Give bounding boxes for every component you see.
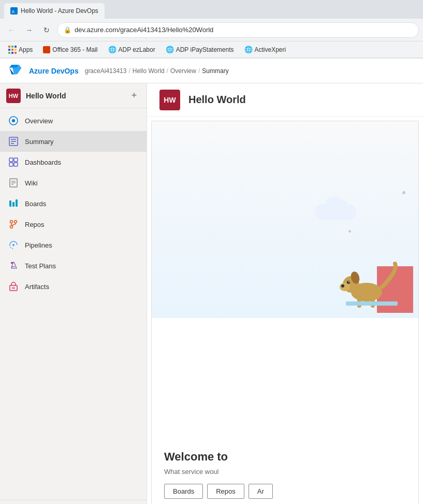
- reload-button[interactable]: ↻: [39, 23, 54, 37]
- office-icon: [43, 46, 50, 53]
- artifacts-icon: [8, 281, 19, 292]
- url-text: dev.azure.com/graceAi413413/Hello%20Worl…: [75, 26, 213, 34]
- svg-point-3: [12, 119, 15, 122]
- dog-illustration: [315, 235, 418, 318]
- bookmark-adpipay[interactable]: 🌐 ADP iPayStatements: [162, 45, 238, 54]
- overview-icon: [8, 116, 19, 126]
- azure-devops-title: Azure DevOps: [29, 67, 79, 75]
- bookmark-office365[interactable]: Office 365 - Mail: [39, 45, 101, 54]
- main-content: HW Hello World: [147, 83, 423, 504]
- add-project-button[interactable]: +: [128, 90, 140, 102]
- dog-svg: [315, 235, 418, 318]
- bookmarks-bar: Apps Office 365 - Mail 🌐 ADP ezLabor 🌐 A…: [0, 41, 423, 58]
- svg-rect-18: [16, 199, 18, 207]
- top-bar: Azure DevOps graceAi413413 / Hello World…: [0, 59, 423, 83]
- sidebar-item-label-dashboards: Dashboards: [25, 159, 61, 166]
- sidebar-item-summary[interactable]: Summary: [0, 131, 147, 152]
- project-header: HW Hello World +: [0, 83, 147, 108]
- welcome-illustration: [152, 121, 418, 318]
- sidebar-project-name: Hello World: [26, 92, 123, 100]
- apps-label: Apps: [19, 46, 33, 53]
- bookmark-apps[interactable]: Apps: [4, 45, 37, 55]
- illustration-area: [152, 121, 418, 318]
- boards-icon: [8, 198, 19, 209]
- welcome-title: Welcome to: [164, 450, 406, 464]
- tab-title: Hello World - Azure DevOps: [21, 7, 98, 15]
- activexperi-label: ActiveXperi: [255, 46, 286, 53]
- sidebar-nav: Overview Summary: [0, 108, 147, 500]
- sidebar-item-label-artifacts: Artifacts: [25, 283, 49, 291]
- sidebar-item-overview[interactable]: Overview: [0, 110, 147, 131]
- project-title: Hello World: [188, 94, 246, 106]
- svg-rect-37: [346, 301, 398, 306]
- cloud-decoration: [315, 204, 356, 220]
- sidebar-item-artifacts[interactable]: Artifacts: [0, 276, 147, 297]
- activexperi-globe-icon: 🌐: [244, 46, 253, 53]
- adpipay-label: ADP iPayStatements: [176, 46, 234, 53]
- breadcrumb-current: Summary: [202, 67, 228, 75]
- sidebar-item-repos[interactable]: Repos: [0, 214, 147, 235]
- svg-point-30: [340, 283, 350, 291]
- browser-chrome: A Hello World - Azure DevOps ← → ↻ 🔒 dev…: [0, 0, 423, 59]
- browser-tabs: A Hello World - Azure DevOps: [0, 0, 423, 19]
- adpipay-globe-icon: 🌐: [166, 46, 174, 53]
- svg-point-22: [12, 244, 14, 246]
- svg-rect-25: [12, 287, 15, 289]
- apps-grid-icon: [8, 46, 17, 54]
- sidebar-item-label-overview: Overview: [25, 117, 53, 125]
- app-container: HW Hello World + Overview: [0, 83, 423, 504]
- artifacts-partial-button[interactable]: Ar: [249, 484, 273, 499]
- sidebar-item-label-pipelines: Pipelines: [25, 241, 52, 249]
- sidebar-item-label-repos: Repos: [25, 221, 45, 228]
- welcome-text-area: Welcome to What service woul Boards Repo…: [152, 438, 418, 504]
- project-avatar-large: HW: [159, 90, 180, 110]
- sidebar-item-boards[interactable]: Boards: [0, 193, 147, 214]
- breadcrumb-sep3: /: [198, 67, 200, 75]
- active-tab[interactable]: A Hello World - Azure DevOps: [4, 3, 105, 19]
- breadcrumb-sep2: /: [167, 67, 168, 75]
- breadcrumb-org[interactable]: graceAi413413: [85, 67, 127, 75]
- adpez-globe-icon: 🌐: [108, 46, 116, 53]
- back-button[interactable]: ←: [4, 23, 19, 37]
- testplans-icon: [8, 261, 19, 271]
- sidebar-item-label-summary: Summary: [25, 138, 54, 146]
- boards-service-button[interactable]: Boards: [164, 484, 203, 499]
- bookmark-adpezlabor[interactable]: 🌐 ADP ezLabor: [104, 45, 159, 54]
- adpezlabor-label: ADP ezLabor: [119, 46, 155, 53]
- breadcrumb: graceAi413413 / Hello World / Overview /…: [85, 67, 229, 75]
- dashboards-icon: [8, 157, 19, 167]
- svg-rect-17: [12, 202, 14, 207]
- svg-rect-8: [9, 158, 13, 162]
- svg-rect-16: [9, 200, 11, 207]
- summary-icon: [8, 136, 19, 147]
- sidebar-item-pipelines[interactable]: Pipelines: [0, 235, 147, 255]
- browser-toolbar: ← → ↻ 🔒 dev.azure.com/graceAi413413/Hell…: [0, 19, 423, 41]
- svg-rect-9: [14, 158, 18, 162]
- decoration-dot2: [348, 230, 351, 233]
- lock-icon: 🔒: [64, 26, 71, 34]
- svg-point-31: [341, 284, 344, 287]
- breadcrumb-project[interactable]: Hello World: [133, 67, 165, 75]
- svg-rect-11: [14, 163, 18, 166]
- sidebar-item-dashboards[interactable]: Dashboards: [0, 152, 147, 172]
- svg-text:A: A: [12, 9, 15, 14]
- wiki-icon: [8, 178, 19, 188]
- breadcrumb-section[interactable]: Overview: [170, 67, 196, 75]
- content-body: Welcome to What service woul Boards Repo…: [151, 121, 419, 504]
- forward-button[interactable]: →: [22, 23, 36, 37]
- address-bar[interactable]: 🔒 dev.azure.com/graceAi413413/Hello%20Wo…: [57, 22, 419, 38]
- bookmark-activexperi[interactable]: 🌐 ActiveXperi: [240, 45, 290, 54]
- breadcrumb-sep1: /: [128, 67, 130, 75]
- sidebar-item-testplans[interactable]: Test Plans: [0, 255, 147, 276]
- azure-logo-svg: [9, 65, 22, 77]
- content-header: HW Hello World: [147, 83, 423, 117]
- welcome-subtitle: What service woul: [164, 468, 406, 476]
- pipelines-icon: [8, 240, 19, 250]
- sidebar-item-label-wiki: Wiki: [25, 179, 38, 187]
- azure-devops-logo[interactable]: [8, 64, 23, 78]
- svg-point-21: [10, 226, 13, 228]
- repos-service-button[interactable]: Repos: [207, 484, 244, 499]
- sidebar-item-wiki[interactable]: Wiki: [0, 172, 147, 193]
- service-buttons: Boards Repos Ar: [164, 484, 406, 499]
- repos-icon: [8, 219, 19, 229]
